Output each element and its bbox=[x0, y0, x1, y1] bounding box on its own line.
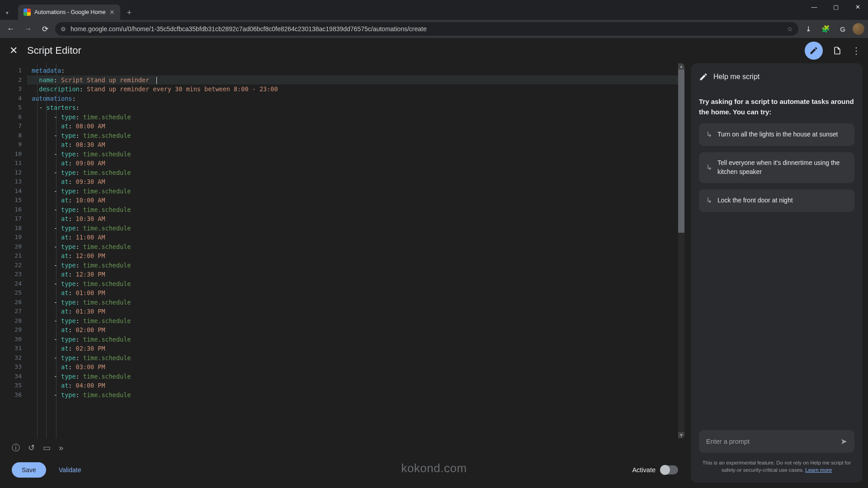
app-header: ✕ Script Editor ⋮ bbox=[0, 38, 868, 63]
extensions-icon[interactable]: 🧩 bbox=[818, 22, 833, 36]
code-editor[interactable]: 1234567891011121314151617181920212223242… bbox=[5, 63, 684, 438]
editor-footer: Save Validate Activate bbox=[5, 457, 684, 483]
tab-close-icon[interactable]: ✕ bbox=[109, 9, 115, 16]
code-line[interactable]: - type: time.schedule bbox=[27, 335, 684, 344]
save-button[interactable]: Save bbox=[12, 462, 46, 478]
browser-tab-strip: ▾ Automations - Google Home ✕ + — ▢ ✕ bbox=[0, 0, 868, 20]
code-line[interactable]: - type: time.schedule bbox=[27, 168, 684, 178]
suggestion-item[interactable]: ↳ Tell everyone when it's dinnertime usi… bbox=[699, 152, 854, 183]
profile-avatar[interactable] bbox=[853, 23, 864, 35]
validate-button[interactable]: Validate bbox=[54, 462, 86, 478]
new-tab-button[interactable]: + bbox=[123, 6, 136, 19]
terminal-icon[interactable]: ▭ bbox=[43, 443, 51, 453]
panel-intro: Try asking for a script to automate task… bbox=[699, 97, 854, 117]
code-line[interactable]: at: 12:30 PM bbox=[27, 270, 684, 279]
suggestion-text: Tell everyone when it's dinnertime using… bbox=[717, 159, 847, 176]
activate-toggle[interactable] bbox=[661, 465, 678, 474]
tabs-dropdown-icon[interactable]: ▾ bbox=[1, 6, 14, 19]
code-line[interactable]: at: 09:00 AM bbox=[27, 159, 684, 168]
page-title: Script Editor bbox=[27, 45, 81, 56]
close-editor-icon[interactable]: ✕ bbox=[7, 45, 20, 56]
code-line[interactable]: at: 02:00 PM bbox=[27, 325, 684, 335]
scroll-down-icon[interactable]: ▼ bbox=[678, 432, 684, 438]
line-gutter: 1234567891011121314151617181920212223242… bbox=[5, 63, 27, 438]
code-line[interactable]: at: 12:00 PM bbox=[27, 251, 684, 261]
editor-bottom-toolbar: ⓘ ↺ ▭ » bbox=[5, 438, 684, 457]
ai-assist-button[interactable] bbox=[805, 42, 823, 60]
google-search-icon[interactable]: G bbox=[835, 22, 850, 36]
code-line[interactable]: name: Script Stand up reminder bbox=[27, 75, 684, 85]
code-line[interactable]: description: Stand up reminder every 30 … bbox=[27, 84, 684, 94]
learn-more-link[interactable]: Learn more bbox=[805, 467, 832, 473]
nav-forward-icon[interactable]: → bbox=[21, 22, 35, 36]
code-line[interactable]: at: 10:00 AM bbox=[27, 196, 684, 205]
document-icon bbox=[833, 46, 842, 55]
code-line[interactable]: - type: time.schedule bbox=[27, 131, 684, 141]
suggestion-item[interactable]: ↳ Lock the front door at night bbox=[699, 189, 854, 212]
history-icon[interactable]: ↺ bbox=[28, 443, 35, 453]
help-me-script-panel: Help me script Try asking for a script t… bbox=[691, 63, 863, 483]
code-line[interactable]: at: 09:30 AM bbox=[27, 177, 684, 187]
window-close-icon[interactable]: ✕ bbox=[847, 0, 868, 14]
code-line[interactable]: - type: time.schedule bbox=[27, 224, 684, 233]
code-line[interactable]: at: 04:00 PM bbox=[27, 381, 684, 390]
reply-arrow-icon: ↳ bbox=[706, 130, 712, 140]
sparkle-pen-icon bbox=[699, 72, 708, 81]
code-line[interactable]: at: 03:00 PM bbox=[27, 362, 684, 372]
code-line[interactable]: at: 10:30 AM bbox=[27, 214, 684, 224]
disclaimer-text: This is an experimental feature. Do not … bbox=[699, 459, 854, 474]
code-line[interactable]: - type: time.schedule bbox=[27, 150, 684, 159]
code-line[interactable]: - type: time.schedule bbox=[27, 187, 684, 196]
expand-more-icon[interactable]: » bbox=[59, 443, 63, 453]
send-icon[interactable]: ➤ bbox=[840, 436, 847, 446]
browser-tab[interactable]: Automations - Google Home ✕ bbox=[18, 5, 120, 20]
sparkle-pen-icon bbox=[809, 46, 818, 55]
document-button[interactable] bbox=[828, 42, 846, 60]
suggestion-item[interactable]: ↳ Turn on all the lights in the house at… bbox=[699, 123, 854, 146]
code-line[interactable]: metadata: bbox=[27, 66, 684, 75]
code-line[interactable]: - type: time.schedule bbox=[27, 298, 684, 307]
code-line[interactable]: - type: time.schedule bbox=[27, 372, 684, 381]
url-text: home.google.com/u/0/home/1-35c5dcfbca35b… bbox=[71, 25, 427, 33]
window-maximize-icon[interactable]: ▢ bbox=[826, 0, 846, 14]
bookmark-star-icon[interactable]: ☆ bbox=[787, 25, 793, 33]
code-line[interactable]: at: 08:30 AM bbox=[27, 140, 684, 150]
code-line[interactable]: - type: time.schedule bbox=[27, 316, 684, 326]
tab-favicon-icon bbox=[24, 9, 31, 16]
site-settings-icon[interactable]: ⚙ bbox=[61, 26, 66, 33]
code-line[interactable]: automations: bbox=[27, 94, 684, 103]
scroll-up-icon[interactable]: ▲ bbox=[678, 63, 684, 70]
suggestion-text: Lock the front door at night bbox=[717, 196, 793, 205]
code-line[interactable]: - type: time.schedule bbox=[27, 242, 684, 252]
code-line[interactable]: - starters: bbox=[27, 103, 684, 113]
nav-back-icon[interactable]: ← bbox=[4, 22, 18, 36]
download-icon[interactable]: ⤓ bbox=[801, 22, 816, 36]
code-line[interactable]: - type: time.schedule bbox=[27, 261, 684, 270]
code-line[interactable]: - type: time.schedule bbox=[27, 113, 684, 122]
window-minimize-icon[interactable]: — bbox=[804, 0, 825, 14]
code-line[interactable]: at: 11:00 AM bbox=[27, 233, 684, 242]
code-line[interactable]: at: 08:00 AM bbox=[27, 122, 684, 131]
tab-title: Automations - Google Home bbox=[34, 9, 106, 15]
code-line[interactable]: - type: time.schedule bbox=[27, 353, 684, 363]
code-line[interactable]: at: 01:30 PM bbox=[27, 307, 684, 316]
more-menu-icon[interactable]: ⋮ bbox=[852, 45, 861, 56]
code-line[interactable]: at: 02:30 PM bbox=[27, 344, 684, 353]
code-line[interactable]: at: 01:00 PM bbox=[27, 288, 684, 298]
problems-icon[interactable]: ⓘ bbox=[12, 442, 20, 453]
prompt-placeholder: Enter a prompt bbox=[706, 438, 750, 445]
vertical-scrollbar[interactable]: ▲ ▼ bbox=[678, 63, 684, 438]
reply-arrow-icon: ↳ bbox=[706, 163, 712, 173]
code-body[interactable]: metadata: name: Script Stand up reminder… bbox=[27, 63, 684, 438]
nav-reload-icon[interactable]: ⟳ bbox=[38, 22, 52, 36]
reply-arrow-icon: ↳ bbox=[706, 196, 712, 206]
suggestion-text: Turn on all the lights in the house at s… bbox=[717, 130, 838, 139]
code-line[interactable]: - type: time.schedule bbox=[27, 390, 684, 400]
scroll-thumb[interactable] bbox=[678, 70, 684, 233]
activate-label: Activate bbox=[632, 466, 656, 474]
prompt-input[interactable]: Enter a prompt ➤ bbox=[699, 430, 854, 453]
address-bar[interactable]: ⚙ home.google.com/u/0/home/1-35c5dcfbca3… bbox=[55, 22, 798, 36]
code-line[interactable]: - type: time.schedule bbox=[27, 205, 684, 215]
code-line[interactable]: - type: time.schedule bbox=[27, 279, 684, 289]
browser-toolbar: ← → ⟳ ⚙ home.google.com/u/0/home/1-35c5d… bbox=[0, 20, 868, 38]
